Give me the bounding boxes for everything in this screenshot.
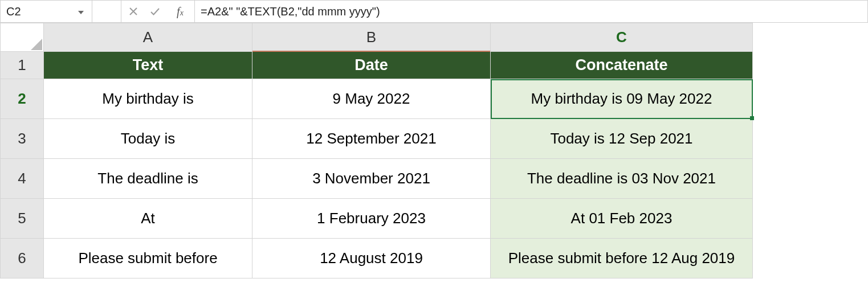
formula-input[interactable]: =A2&" "&TEXT(B2,"dd mmm yyyy")	[195, 1, 867, 22]
cell-A3[interactable]: Today is	[44, 119, 252, 159]
name-box-value: C2	[6, 5, 76, 18]
table-row: 6 Please submit before 12 August 2019 Pl…	[1, 239, 753, 278]
cell-B5[interactable]: 1 February 2023	[252, 199, 491, 239]
formula-bar: C2 fx =A2&" "&TEXT(B2,"dd mmm yyyy")	[0, 0, 868, 23]
column-header-C[interactable]: C	[491, 23, 753, 52]
name-box[interactable]: C2	[1, 1, 92, 22]
svg-marker-1	[31, 39, 42, 50]
cell-A6[interactable]: Please submit before	[44, 239, 252, 278]
cell-C6[interactable]: Please submit before 12 Aug 2019	[491, 239, 753, 278]
row-header-5[interactable]: 5	[1, 199, 44, 239]
cell-C3[interactable]: Today is 12 Sep 2021	[491, 119, 753, 159]
table-row: 2 My birthday is 9 May 2022 My birthday …	[1, 79, 753, 119]
table-header-row: 1 Text Date Concatenate	[1, 52, 753, 79]
cell-B4[interactable]: 3 November 2021	[252, 159, 491, 199]
cell-C1[interactable]: Concatenate	[491, 52, 753, 79]
column-header-B[interactable]: B	[252, 23, 491, 52]
cell-C2[interactable]: My birthday is 09 May 2022	[491, 79, 753, 119]
cell-C5[interactable]: At 01 Feb 2023	[491, 199, 753, 239]
formula-text: =A2&" "&TEXT(B2,"dd mmm yyyy")	[201, 5, 380, 18]
row-header-6[interactable]: 6	[1, 239, 44, 278]
select-all-corner[interactable]	[1, 23, 44, 52]
worksheet: A B C 1 Text Date Concatenate 2 My birth…	[0, 23, 868, 278]
table-row: 5 At 1 February 2023 At 01 Feb 2023	[1, 199, 753, 239]
cell-A1[interactable]: Text	[44, 52, 252, 79]
table-row: 3 Today is 12 September 2021 Today is 12…	[1, 119, 753, 159]
table-row: 4 The deadline is 3 November 2021 The de…	[1, 159, 753, 199]
cell-B2[interactable]: 9 May 2022	[252, 79, 491, 119]
formula-bar-buttons: fx	[121, 1, 195, 22]
row-header-4[interactable]: 4	[1, 159, 44, 199]
cell-A2[interactable]: My birthday is	[44, 79, 252, 119]
row-header-2[interactable]: 2	[1, 79, 44, 119]
enter-icon[interactable]	[148, 7, 162, 16]
chevron-down-icon[interactable]	[76, 5, 86, 18]
svg-marker-0	[78, 11, 84, 14]
cell-B1[interactable]: Date	[252, 52, 491, 79]
row-header-3[interactable]: 3	[1, 119, 44, 159]
cell-B6[interactable]: 12 August 2019	[252, 239, 491, 278]
row-header-1[interactable]: 1	[1, 52, 44, 79]
column-header-A[interactable]: A	[44, 23, 252, 52]
cell-A5[interactable]: At	[44, 199, 252, 239]
cell-B3[interactable]: 12 September 2021	[252, 119, 491, 159]
cancel-icon[interactable]	[126, 7, 141, 16]
insert-function-icon[interactable]: fx	[169, 5, 190, 18]
cell-A4[interactable]: The deadline is	[44, 159, 252, 199]
grid-table: A B C 1 Text Date Concatenate 2 My birth…	[0, 23, 753, 278]
column-header-row: A B C	[1, 23, 753, 52]
cell-C4[interactable]: The deadline is 03 Nov 2021	[491, 159, 753, 199]
formula-bar-separator	[92, 1, 121, 22]
